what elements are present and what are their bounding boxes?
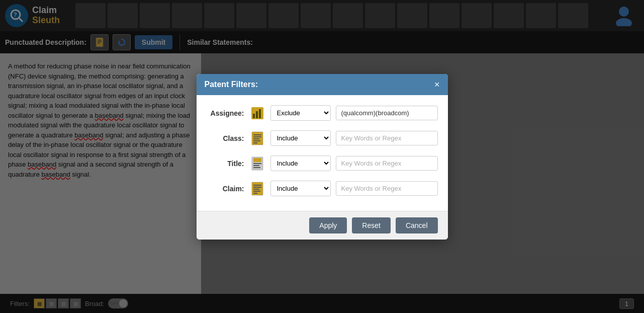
modal-header: Patent Filters: × [197,74,448,95]
reset-button[interactable]: Reset [352,217,391,233]
svg-rect-13 [259,109,261,118]
svg-rect-19 [253,142,257,143]
claim-filter-select[interactable]: Include Exclude [270,181,331,196]
svg-rect-23 [253,165,259,166]
title-filter-input[interactable] [336,156,438,171]
assignee-filter-select[interactable]: Exclude Include [270,105,331,121]
svg-rect-12 [256,111,258,118]
patent-filters-modal: Patent Filters: × Assignee: Exclude Incl [197,74,448,240]
svg-rect-30 [253,193,257,194]
class-filter-input[interactable] [336,131,438,145]
assignee-filter-row: Assignee: Exclude Include [207,105,438,121]
claim-filter-row: Claim: Include Exclude [207,181,438,197]
claim-icon [249,181,265,197]
title-filter-row: Title: Include Exclude [207,155,438,172]
svg-rect-29 [253,191,260,192]
modal-title: Patent Filters: [205,80,258,89]
svg-rect-24 [253,167,260,168]
svg-rect-18 [253,140,260,141]
assignee-filter-input[interactable] [336,106,438,120]
assignee-icon [249,105,265,121]
svg-rect-21 [253,158,261,162]
assignee-label: Assignee: [207,109,244,117]
title-filter-select[interactable]: Include Exclude [270,155,331,171]
modal-overlay: Patent Filters: × Assignee: Exclude Incl [0,0,644,313]
svg-rect-28 [253,189,259,190]
class-filter-row: Class: Include Exclude [207,130,438,146]
title-icon [249,155,265,172]
claim-filter-input[interactable] [336,181,438,196]
class-label: Class: [207,134,244,142]
modal-close-button[interactable]: × [434,80,440,89]
svg-rect-22 [253,163,261,164]
apply-button[interactable]: Apply [309,217,347,233]
svg-rect-15 [253,134,261,135]
cancel-button[interactable]: Cancel [396,217,438,233]
class-icon [249,130,265,146]
claim-label: Claim: [207,185,244,193]
modal-body: Assignee: Exclude Include Class [197,95,448,211]
svg-rect-26 [253,185,261,186]
svg-rect-17 [253,138,259,139]
title-label: Title: [207,160,244,168]
svg-rect-16 [253,136,261,137]
svg-rect-27 [253,187,261,188]
svg-rect-11 [253,114,255,118]
modal-footer: Apply Reset Cancel [197,211,448,240]
class-filter-select[interactable]: Include Exclude [270,130,331,146]
